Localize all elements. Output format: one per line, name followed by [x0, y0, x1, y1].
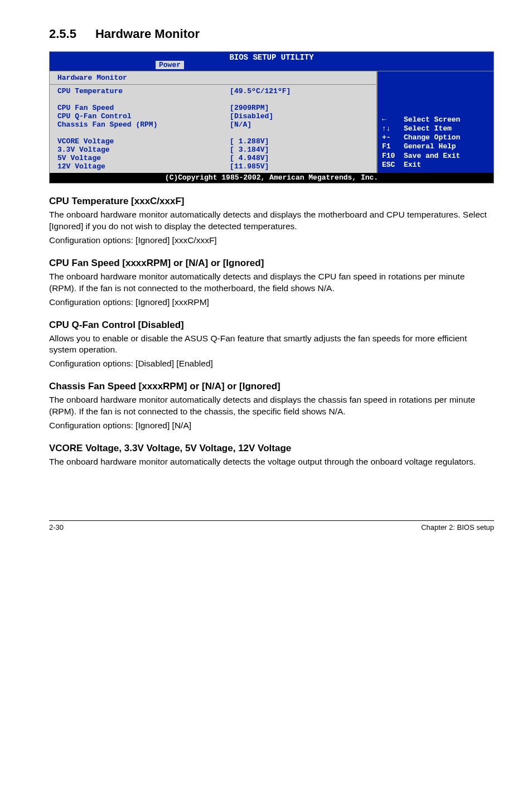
bios-row-label: 5V Voltage	[57, 154, 230, 162]
bios-panel-title: Hardware Monitor	[57, 74, 371, 82]
bios-row: CPU Q-Fan Control[Disabled]	[57, 112, 371, 120]
body-paragraph: Configuration options: [Ignored] [N/A]	[49, 420, 494, 432]
bios-settings-table: CPU Temperature[49.5ºC/121ºF] CPU Fan Sp…	[57, 87, 371, 171]
body-paragraph: Configuration options: [Disabled] [Enabl…	[49, 358, 494, 370]
bios-row-label: CPU Q-Fan Control	[57, 112, 230, 120]
bios-row-value	[230, 95, 371, 104]
bios-row-label: 3.3V Voltage	[57, 146, 230, 154]
bios-row-value: [Disabled]	[230, 112, 371, 120]
subsection-heading: CPU Q-Fan Control [Disabled]	[49, 320, 494, 331]
bios-help-row: ↑↓ Select Item	[382, 124, 489, 133]
bios-row-value: [ 3.184V]	[230, 146, 371, 154]
bios-row-label: CPU Temperature	[57, 87, 230, 95]
bios-row-value: [ 4.948V]	[230, 154, 371, 162]
bios-row-value: [2909RPM]	[230, 104, 371, 112]
bios-tab-power: Power	[156, 61, 184, 69]
bios-row: CPU Fan Speed[2909RPM]	[57, 104, 371, 112]
bios-row-label: 12V Voltage	[57, 162, 230, 171]
bios-main-panel: Hardware Monitor CPU Temperature[49.5ºC/…	[50, 71, 378, 173]
bios-help-row: F10 Save and Exit	[382, 152, 489, 161]
bios-row	[57, 129, 371, 137]
body-paragraph: The onboard hardware monitor automatical…	[49, 456, 494, 468]
bios-row-value: [ 1.288V]	[230, 137, 371, 146]
bios-titlebar: BIOS SETUP UTILITY Power	[50, 52, 494, 71]
bios-help-row: ← Select Screen	[382, 115, 489, 124]
bios-row-value: [49.5ºC/121ºF]	[230, 87, 371, 95]
bios-help-row: +- Change Option	[382, 133, 489, 142]
bios-row-value	[230, 129, 371, 137]
bios-row-label: VCORE Voltage	[57, 137, 230, 146]
bios-row-label: CPU Fan Speed	[57, 104, 230, 112]
chapter-label: Chapter 2: BIOS setup	[421, 523, 494, 532]
bios-row-value: [11.985V]	[230, 162, 371, 171]
bios-row: 3.3V Voltage[ 3.184V]	[57, 146, 371, 154]
subsection-heading: CPU Temperature [xxxC/xxxF]	[49, 196, 494, 207]
bios-help-row: ESC Exit	[382, 161, 489, 170]
bios-title: BIOS SETUP UTILITY	[50, 53, 494, 62]
bios-row: 5V Voltage[ 4.948V]	[57, 154, 371, 162]
bios-help-panel: ← Select Screen↑↓ Select Item+- Change O…	[378, 71, 494, 173]
body-paragraph: Configuration options: [Ignored] [xxxRPM…	[49, 297, 494, 308]
subsection-heading: CPU Fan Speed [xxxxRPM] or [N/A] or [Ign…	[49, 258, 494, 269]
bios-copyright: (C)Copyright 1985-2002, American Megatre…	[50, 173, 494, 183]
body-paragraph: The onboard hardware monitor automatical…	[49, 209, 494, 233]
bios-row-value: [N/A]	[230, 120, 371, 129]
bios-help-row: F1 General Help	[382, 142, 489, 151]
subsection-heading: VCORE Voltage, 3.3V Voltage, 5V Voltage,…	[49, 443, 494, 454]
body-paragraph: Allows you to enable or disable the ASUS…	[49, 333, 494, 356]
section-title: Hardware Monitor	[95, 27, 200, 41]
section-heading: 2.5.5Hardware Monitor	[49, 27, 494, 41]
bios-row	[57, 95, 371, 104]
bios-row: 12V Voltage[11.985V]	[57, 162, 371, 171]
bios-row-label	[57, 129, 230, 137]
body-paragraph: Configuration options: [Ignored] [xxxC/x…	[49, 235, 494, 247]
bios-row-label	[57, 95, 230, 104]
bios-row-label: Chassis Fan Speed (RPM)	[57, 120, 230, 129]
body-paragraph: The onboard hardware monitor automatical…	[49, 394, 494, 418]
page-number: 2-30	[49, 523, 64, 532]
page-footer: 2-30 Chapter 2: BIOS setup	[49, 520, 494, 532]
bios-screenshot: BIOS SETUP UTILITY Power Hardware Monito…	[49, 51, 494, 183]
section-number: 2.5.5	[49, 27, 76, 41]
subsection-heading: Chassis Fan Speed [xxxxRPM] or [N/A] or …	[49, 381, 494, 392]
bios-row: VCORE Voltage[ 1.288V]	[57, 137, 371, 146]
body-paragraph: The onboard hardware monitor automatical…	[49, 271, 494, 294]
bios-row: Chassis Fan Speed (RPM)[N/A]	[57, 120, 371, 129]
bios-row: CPU Temperature[49.5ºC/121ºF]	[57, 87, 371, 95]
